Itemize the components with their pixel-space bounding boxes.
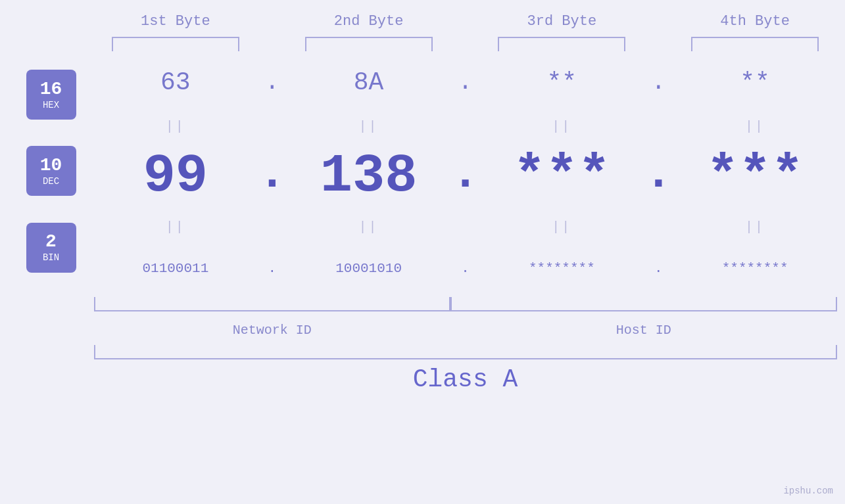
sep-dec-3: . (644, 147, 673, 206)
bin-byte3: ******** (480, 261, 644, 276)
dec-byte3: *** (480, 146, 644, 207)
watermark: ipshu.com (783, 486, 833, 496)
full-bottom-bracket (94, 345, 837, 359)
dec-byte1: 99 (94, 146, 258, 207)
eq-dec-bin-3: || (480, 219, 644, 235)
byte-header-2: 2nd Byte (287, 13, 450, 30)
eq-dec-bin-2: || (287, 219, 450, 235)
network-id-label: Network ID (94, 323, 451, 338)
eq-hex-dec-2: || (287, 119, 450, 134)
badge-dec: 10 DEC (26, 146, 76, 196)
hex-byte4: ** (673, 68, 837, 97)
eq-dec-bin-4: || (673, 219, 837, 235)
bracket-byte2 (305, 37, 433, 51)
badge-hex: 16 HEX (26, 70, 76, 120)
sep-dec-1: . (257, 147, 287, 206)
network-bracket (94, 297, 451, 311)
bin-byte4: ******** (673, 261, 837, 276)
byte-header-4: 4th Byte (673, 13, 837, 30)
eq-hex-dec-4: || (673, 119, 837, 134)
bracket-byte3 (498, 37, 625, 51)
badge-bin: 2 BIN (26, 223, 76, 273)
main-container: 1st Byte 2nd Byte 3rd Byte 4th Byte 16 (0, 0, 845, 504)
eq-hex-dec-1: || (94, 119, 258, 134)
dec-byte4: *** (673, 146, 837, 207)
hex-byte2: 8A (287, 68, 450, 97)
host-id-label: Host ID (450, 323, 837, 338)
sep-hex-2: . (450, 69, 480, 96)
dec-byte2: 138 (287, 146, 450, 207)
hex-byte3: ** (480, 68, 644, 97)
bracket-byte1 (112, 37, 239, 51)
class-label: Class A (94, 359, 837, 399)
bracket-byte4 (691, 37, 819, 51)
bin-byte1: 01100011 (94, 261, 258, 276)
eq-dec-bin-1: || (94, 219, 258, 235)
sep-hex-3: . (644, 69, 673, 96)
bin-byte2: 10001010 (287, 261, 450, 276)
sep-dec-2: . (450, 147, 480, 206)
host-bracket (450, 297, 837, 311)
sep-bin-2: . (450, 261, 480, 276)
sep-hex-1: . (257, 69, 287, 96)
eq-hex-dec-3: || (480, 119, 644, 134)
byte-header-1: 1st Byte (94, 13, 258, 30)
hex-byte1: 63 (94, 68, 258, 97)
byte-header-3: 3rd Byte (480, 13, 644, 30)
sep-bin-3: . (644, 261, 673, 276)
sep-bin-1: . (257, 261, 287, 276)
